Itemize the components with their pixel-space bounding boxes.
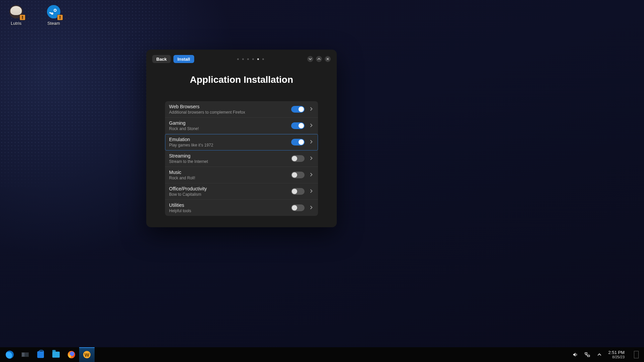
- category-subtitle: Play games like it's 1972: [169, 143, 286, 147]
- chevron-right-icon: [309, 139, 313, 145]
- category-toggle[interactable]: [291, 122, 305, 129]
- dialog-title: Application Installation: [152, 74, 331, 85]
- category-text: Office/ProductivityBow to Capitalism: [169, 186, 286, 197]
- page-indicator: [194, 58, 307, 60]
- maximize-button[interactable]: [316, 56, 322, 62]
- category-list: Web BrowsersAdditional browsers to compl…: [165, 101, 318, 216]
- close-icon: [326, 57, 329, 61]
- category-row-office-productivity[interactable]: Office/ProductivityBow to Capitalism: [165, 183, 318, 200]
- taskbar-item-store[interactable]: [33, 347, 48, 362]
- start-icon: [6, 351, 14, 359]
- category-toggle[interactable]: [291, 106, 305, 113]
- page-dot: [262, 58, 264, 60]
- lutris-icon: !: [9, 5, 23, 19]
- category-text: Web BrowsersAdditional browsers to compl…: [169, 104, 286, 115]
- desktop-icon-label: Lutris: [11, 21, 21, 26]
- chevron-right-icon: [309, 205, 313, 211]
- category-text: GamingRock and Stone!: [169, 120, 286, 131]
- dialog-header: Back Install: [152, 54, 331, 64]
- category-subtitle: Stream to the Internet: [169, 159, 286, 164]
- clock-time: 2:51 PM: [608, 350, 625, 355]
- category-row-music[interactable]: MusicRock and Roll!: [165, 167, 318, 183]
- category-title: Web Browsers: [169, 104, 286, 109]
- desktop-icon-steam[interactable]: ! Steam: [44, 5, 64, 26]
- category-row-utilities[interactable]: UtilitiesHelpful tools: [165, 200, 318, 216]
- chevron-right-icon: [309, 172, 313, 178]
- category-title: Music: [169, 170, 286, 175]
- category-subtitle: Rock and Stone!: [169, 126, 286, 131]
- chevron-right-icon: [309, 106, 313, 112]
- page-dot: [237, 58, 239, 60]
- category-subtitle: Rock and Roll!: [169, 176, 286, 180]
- category-toggle[interactable]: [291, 188, 305, 195]
- installer-icon: W: [83, 351, 91, 358]
- category-text: StreamingStream to the Internet: [169, 153, 286, 164]
- svg-point-1: [54, 10, 56, 11]
- firefox-icon: [68, 351, 75, 358]
- installer-dialog: Back Install Application Installation We…: [146, 50, 337, 227]
- taskbar-item-settings[interactable]: [17, 347, 33, 362]
- alert-badge-icon: !: [20, 15, 25, 20]
- chevron-right-icon: [309, 188, 313, 194]
- category-title: Gaming: [169, 120, 286, 126]
- category-toggle[interactable]: [291, 172, 305, 178]
- volume-icon[interactable]: [572, 352, 578, 358]
- settings-icon: [21, 352, 29, 357]
- taskbar: W 2:51 PM 8/25/23: [0, 347, 644, 362]
- category-text: EmulationPlay games like it's 1972: [169, 137, 286, 147]
- svg-rect-4: [585, 353, 587, 354]
- chevron-right-icon: [309, 123, 313, 129]
- category-title: Office/Productivity: [169, 186, 286, 191]
- system-tray: 2:51 PM 8/25/23: [572, 350, 642, 359]
- clock-date: 8/25/23: [608, 355, 625, 359]
- show-desktop-button[interactable]: [634, 351, 639, 358]
- category-title: Utilities: [169, 202, 286, 208]
- taskbar-clock[interactable]: 2:51 PM 8/25/23: [608, 350, 625, 359]
- taskbar-item-files[interactable]: [48, 347, 64, 362]
- install-button[interactable]: Install: [173, 55, 194, 63]
- category-subtitle: Helpful tools: [169, 208, 286, 213]
- taskbar-item-start[interactable]: [2, 347, 17, 362]
- store-icon: [37, 351, 44, 358]
- category-toggle[interactable]: [291, 155, 305, 162]
- category-row-gaming[interactable]: GamingRock and Stone!: [165, 118, 318, 134]
- category-toggle[interactable]: [291, 139, 305, 145]
- category-subtitle: Additional browsers to complement Firefo…: [169, 110, 286, 115]
- category-title: Emulation: [169, 137, 286, 142]
- desktop-icon-lutris[interactable]: ! Lutris: [6, 5, 26, 26]
- tray-chevron-icon[interactable]: [596, 352, 602, 358]
- page-dot: [242, 58, 244, 60]
- svg-rect-3: [49, 12, 53, 14]
- category-text: UtilitiesHelpful tools: [169, 202, 286, 213]
- category-subtitle: Bow to Capitalism: [169, 192, 286, 197]
- chevron-up-icon: [317, 57, 321, 61]
- chevron-right-icon: [309, 156, 313, 162]
- taskbar-item-firefox[interactable]: [64, 347, 79, 362]
- page-dot: [252, 58, 254, 60]
- category-row-web-browsers[interactable]: Web BrowsersAdditional browsers to compl…: [165, 101, 318, 118]
- back-button[interactable]: Back: [152, 55, 171, 63]
- files-icon: [52, 352, 60, 358]
- page-dot: [247, 58, 249, 60]
- category-toggle[interactable]: [291, 204, 305, 211]
- steam-icon: !: [47, 5, 61, 19]
- page-dot: [257, 58, 259, 60]
- alert-badge-icon: !: [57, 15, 63, 20]
- desktop-icon-label: Steam: [47, 21, 60, 26]
- minimize-button[interactable]: [307, 56, 313, 62]
- desktop-icons: ! Lutris ! Steam: [6, 5, 64, 26]
- category-text: MusicRock and Roll!: [169, 170, 286, 180]
- desktop: ! Lutris ! Steam Back Install: [0, 0, 644, 362]
- network-icon[interactable]: [584, 352, 590, 358]
- close-button[interactable]: [325, 56, 331, 62]
- taskbar-item-installer[interactable]: W: [79, 347, 95, 362]
- category-row-emulation[interactable]: EmulationPlay games like it's 1972: [165, 134, 318, 150]
- category-row-streaming[interactable]: StreamingStream to the Internet: [165, 150, 318, 167]
- chevron-down-icon: [309, 57, 312, 61]
- category-title: Streaming: [169, 153, 286, 159]
